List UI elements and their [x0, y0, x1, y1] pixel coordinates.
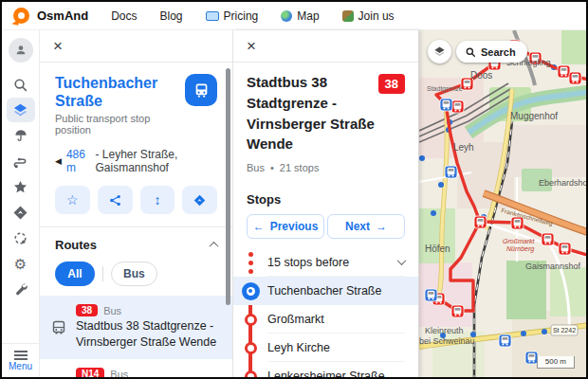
share-button[interactable]	[98, 186, 133, 214]
stop-address: - Leyher Straße, Gaismannshof	[96, 148, 217, 174]
stop-name: Lenkersheimer Straße	[267, 362, 405, 379]
account-button[interactable]	[9, 38, 33, 63]
map-canvas: Stadtgrenze Doos Schniegling Muggenhof L…	[419, 30, 586, 377]
route-list-item[interactable]: N14 Bus Nightliner N14 Nürnberg Hauptbah…	[40, 359, 232, 377]
map-label-grossmarkt2: Nürnberg	[506, 245, 534, 253]
favorites-button[interactable]	[7, 174, 35, 199]
collapsed-stops-row[interactable]: 15 stops before	[233, 248, 418, 277]
nav-join-us[interactable]: Join us	[342, 9, 395, 23]
route-number-badge: 38	[76, 304, 98, 316]
layers-icon	[433, 45, 446, 58]
map-label-leyh: Leyh	[453, 142, 474, 153]
stop-details-panel: × Tuchenbacher Straße Public transport s…	[40, 30, 233, 377]
map-label-road-ref: St 2242	[553, 327, 576, 334]
routes-header: Routes	[55, 238, 97, 252]
bearing-icon: ◀	[55, 156, 62, 166]
filter-all-label: All	[67, 267, 82, 280]
search-button[interactable]	[7, 72, 35, 97]
osmand-logo-icon	[13, 8, 29, 24]
settings-button[interactable]: ⚙	[7, 251, 35, 276]
stop-panel-header: ×	[40, 30, 232, 63]
nav-docs-label: Docs	[111, 9, 137, 23]
bus-icon	[193, 82, 210, 99]
distance-value: 486 m	[66, 148, 91, 174]
stop-row-current[interactable]: Tuchenbacher Straße	[233, 277, 418, 305]
route-type: Bus	[110, 369, 128, 377]
navigate-to-button[interactable]	[182, 186, 217, 214]
scrollbar-thumb[interactable]	[226, 68, 230, 305]
star-icon	[12, 179, 28, 195]
close-icon[interactable]: ×	[53, 38, 63, 54]
filter-bus[interactable]: Bus	[111, 262, 157, 286]
map-label-kleinreuth2: bei Schweinau	[419, 336, 475, 346]
previous-stops-button[interactable]: ← Previous	[247, 214, 324, 239]
map-view[interactable]: Stadtgrenze Doos Schniegling Muggenhof L…	[419, 30, 586, 377]
layers-icon	[12, 102, 28, 118]
stop-row[interactable]: Lenkersheimer Straße	[233, 362, 418, 379]
umbrella-icon	[13, 128, 28, 143]
person-icon	[14, 44, 28, 57]
menu-button[interactable]: Menu	[2, 343, 39, 377]
next-label: Next	[345, 220, 370, 233]
menu-label: Menu	[9, 361, 32, 371]
nav-docs[interactable]: Docs	[111, 9, 137, 23]
weather-button[interactable]	[7, 123, 35, 148]
brand-name: OsmAnd	[37, 9, 88, 23]
stop-title: Tuchenbacher Straße	[55, 74, 177, 110]
stop-marker-icon	[245, 342, 257, 354]
stop-marker-icon	[245, 314, 257, 326]
share-icon	[109, 194, 121, 207]
stop-row[interactable]: Großmarkt	[233, 305, 418, 334]
bus-icon	[51, 320, 66, 335]
nav-pricing[interactable]: Pricing	[206, 9, 259, 23]
chevron-up-icon[interactable]	[210, 242, 219, 251]
people-icon	[342, 10, 354, 22]
route-type: Bus	[247, 162, 265, 173]
navigation-button[interactable]	[7, 200, 35, 225]
globe-icon	[281, 10, 292, 22]
favorite-button[interactable]: ☆	[55, 186, 90, 214]
transport-stop-button[interactable]	[185, 74, 217, 106]
osmand-brand[interactable]: OsmAnd	[13, 8, 88, 24]
route-panel-header: ×	[233, 30, 418, 63]
map-label-doos: Doos	[470, 70, 492, 81]
tools-button[interactable]	[7, 277, 35, 301]
map-search-button[interactable]: Search	[456, 41, 527, 63]
plan-route-button[interactable]	[7, 149, 35, 173]
navigate-icon	[193, 194, 206, 207]
map-label-grossmarkt: Großmarkt	[503, 238, 536, 244]
layers-button[interactable]	[7, 98, 35, 122]
nav-blog[interactable]: Blog	[160, 9, 183, 23]
stop-marker-icon	[245, 370, 257, 379]
stop-row[interactable]: Leyh Kirche	[233, 334, 418, 362]
track-recorder-button[interactable]	[7, 226, 35, 250]
stop-subtitle: Public transport stop position	[55, 113, 177, 135]
arrow-left-icon: ←	[253, 220, 265, 233]
arrow-right-icon: →	[376, 220, 387, 233]
stop-name: Tuchenbacher Straße	[267, 277, 405, 305]
route-number-badge: 38	[378, 74, 405, 94]
icon-sidebar: ⚙ Menu	[2, 30, 40, 377]
close-icon[interactable]: ×	[247, 38, 256, 54]
next-stops-button[interactable]: Next →	[327, 214, 405, 239]
app-window: OsmAnd Docs Blog Pricing Map Join us	[0, 0, 588, 379]
filter-all[interactable]: All	[55, 262, 95, 286]
route-title: Stadtbus 38 Stadtgrenze - Virnsberger St…	[247, 72, 378, 154]
nav-map[interactable]: Map	[281, 9, 319, 23]
map-label-eberhardshof: Eberhardshof	[539, 178, 586, 188]
map-label-muggenhof: Muggenhof	[510, 111, 558, 121]
stops-list: 15 stops before Tuchenbacher Straße Groß…	[233, 248, 418, 379]
measure-distance-button[interactable]: ↕	[140, 186, 175, 214]
current-stop-eye-icon	[242, 282, 260, 300]
route-number-badge: N14	[76, 368, 104, 377]
route-list-item[interactable]: 38 Bus Stadtbus 38 Stadtgrenze - Virnsbe…	[40, 296, 232, 359]
navigate-diamond-icon	[12, 205, 28, 221]
map-label-gaismannshof: Gaismannshof	[525, 262, 581, 271]
map-road-ref: St 2242	[551, 325, 578, 335]
stop-name: Leyh Kirche	[267, 334, 405, 362]
search-icon	[12, 77, 28, 93]
route-type: Bus	[103, 305, 121, 316]
map-layers-button[interactable]	[428, 40, 451, 63]
route-name: Stadtbus 38 Stadtgrenze - Virnsberger St…	[76, 318, 221, 351]
stops-count: 21 stops	[280, 162, 320, 173]
